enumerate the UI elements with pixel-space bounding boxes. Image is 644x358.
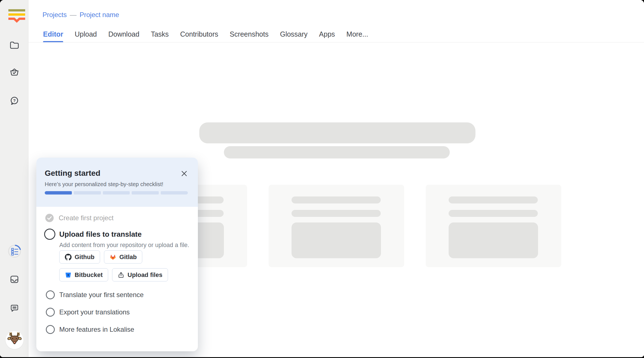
tab-tasks[interactable]: Tasks	[151, 26, 169, 42]
sidebar: ?	[0, 0, 29, 357]
breadcrumb-projects-link[interactable]: Projects	[42, 11, 67, 19]
tab-apps[interactable]: Apps	[319, 26, 335, 42]
sidebar-item-orders[interactable]	[10, 67, 19, 77]
bitbucket-button-label: Bitbucket	[75, 271, 103, 279]
svg-text:?: ?	[13, 98, 16, 103]
gitlab-icon	[110, 254, 116, 260]
progress-segment	[74, 191, 101, 195]
inbox-icon	[10, 275, 19, 284]
checklist-item-create-project[interactable]: Create first project	[36, 214, 198, 222]
checklist-item-label: More features in Lokalise	[59, 326, 134, 333]
checklist-item-description: Add content from your repository or uplo…	[59, 241, 190, 249]
github-button[interactable]: Github	[59, 250, 100, 264]
skeleton-card	[426, 185, 561, 267]
checklist-item-more-features[interactable]: More features in Lokalise	[36, 325, 198, 334]
tab-bar: Editor Upload Download Tasks Contributor…	[43, 26, 368, 42]
github-icon	[65, 254, 72, 260]
progress-segment	[132, 191, 159, 195]
getting-started-header: Getting started Here’s your personalized…	[36, 158, 198, 207]
popup-title: Getting started	[45, 169, 188, 178]
bitbucket-icon	[65, 272, 72, 278]
breadcrumb-separator: —	[70, 11, 77, 19]
tab-divider	[29, 42, 644, 42]
progress-segment	[161, 191, 188, 195]
breadcrumb-project-name-link[interactable]: Project name	[80, 11, 119, 19]
popup-subtitle: Here’s your personalized step-by-step ch…	[45, 181, 188, 188]
radio-circle-icon	[46, 290, 55, 299]
checklist-item-label: Translate your first sentence	[59, 291, 144, 299]
skeleton-title-bar	[199, 122, 475, 143]
app-window: ?	[0, 0, 644, 357]
sidebar-item-help[interactable]: ?	[10, 96, 19, 106]
checklist-item-export-translations[interactable]: Export your translations	[36, 308, 198, 317]
checklist-item-label: Export your translations	[59, 308, 130, 316]
github-button-label: Github	[75, 253, 94, 261]
tab-more[interactable]: More...	[346, 26, 368, 42]
progress-segment	[103, 191, 130, 195]
help-icon: ?	[10, 96, 19, 106]
tab-screenshots[interactable]: Screenshots	[230, 26, 269, 42]
checklist-item-label: Upload files to translate	[59, 230, 142, 239]
sidebar-item-inbox[interactable]	[10, 275, 19, 284]
checklist-progress-bar	[45, 191, 188, 195]
onboarding-checklist-icon	[8, 244, 22, 258]
checklist-item-translate-sentence[interactable]: Translate your first sentence	[36, 290, 198, 299]
upload-icon	[118, 272, 124, 278]
sidebar-item-projects[interactable]	[9, 40, 20, 49]
gitlab-button-label: Gitlab	[119, 253, 137, 261]
tab-glossary[interactable]: Glossary	[280, 26, 308, 42]
skeleton-card	[269, 185, 404, 267]
user-avatar[interactable]	[6, 331, 23, 349]
skeleton-subtitle-bar	[224, 146, 450, 158]
upload-files-button-label: Upload files	[127, 271, 162, 279]
radio-circle-icon	[46, 325, 55, 334]
checklist-body: Create first project Upload files to tra…	[36, 207, 198, 334]
bitbucket-button[interactable]: Bitbucket	[59, 268, 108, 281]
integration-buttons: Github Gitlab	[59, 250, 184, 281]
getting-started-popup: Getting started Here’s your personalized…	[36, 158, 198, 351]
deer-avatar-icon	[6, 331, 23, 349]
close-icon	[181, 170, 188, 177]
radio-circle-icon	[44, 229, 55, 240]
lokalise-logo-icon	[8, 9, 25, 23]
sidebar-item-chat[interactable]	[10, 304, 19, 313]
checklist-item-label: Create first project	[59, 214, 113, 222]
checklist-item-upload-files[interactable]: Upload files to translate	[36, 229, 198, 240]
gitlab-button[interactable]: Gitlab	[104, 250, 142, 264]
basket-check-icon	[10, 67, 19, 77]
folder-icon	[9, 40, 20, 49]
tab-download[interactable]: Download	[108, 26, 139, 42]
tab-contributors[interactable]: Contributors	[180, 26, 218, 42]
progress-segment-filled	[45, 191, 72, 195]
close-button[interactable]	[181, 170, 188, 177]
upload-files-button[interactable]: Upload files	[112, 268, 168, 281]
chat-icon	[10, 304, 19, 313]
check-circle-icon	[45, 214, 54, 222]
tab-upload[interactable]: Upload	[75, 26, 97, 42]
lokalise-logo[interactable]	[8, 9, 25, 23]
tab-editor[interactable]: Editor	[43, 26, 63, 42]
radio-circle-icon	[46, 308, 55, 317]
breadcrumb: Projects — Project name	[42, 11, 119, 19]
onboarding-checklist-button[interactable]	[8, 244, 22, 258]
